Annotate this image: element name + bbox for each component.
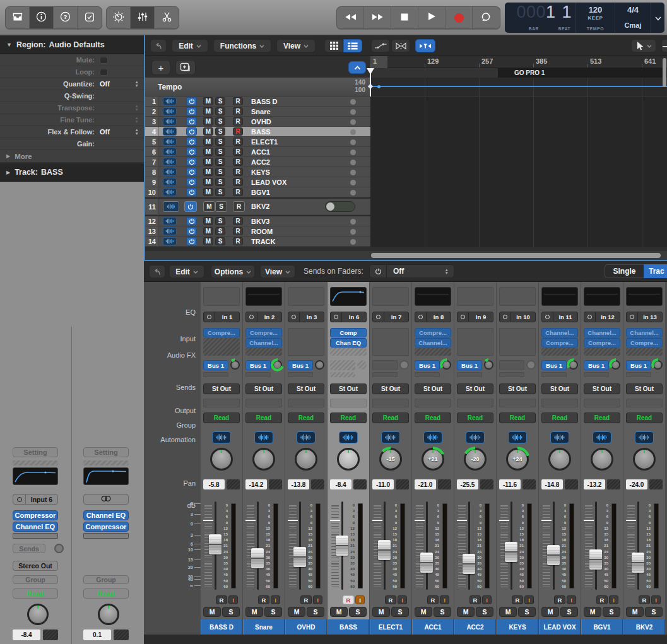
pan-knob[interactable]: [252, 448, 275, 471]
track-on-button[interactable]: [186, 237, 197, 245]
input-monitor-button[interactable]: I: [482, 595, 492, 604]
automation-mode-button[interactable]: Read: [541, 413, 578, 423]
setting-button[interactable]: Setting: [83, 447, 129, 457]
audio-fx-channel-[interactable]: Channel...: [415, 338, 451, 348]
playhead-line[interactable]: [370, 73, 371, 97]
send-bus-button[interactable]: Bus 1: [584, 360, 609, 370]
hide-automation-button[interactable]: [348, 61, 366, 74]
input-button[interactable]: In 1: [203, 312, 240, 322]
group-slot[interactable]: [330, 399, 367, 407]
mute-button[interactable]: M: [626, 607, 644, 617]
channel-strip-acc1[interactable]: In 8Compre...Channel...Bus 1St OutRead+2…: [412, 282, 454, 635]
record-enable-button[interactable]: R: [233, 178, 243, 186]
record-enable-button[interactable]: R: [639, 595, 650, 604]
record-ready-icon[interactable]: [350, 170, 356, 175]
solo-button[interactable]: S: [434, 607, 451, 617]
eq-display[interactable]: [83, 467, 129, 485]
track-on-button[interactable]: [186, 178, 197, 186]
checkbox[interactable]: [100, 57, 108, 64]
fader-cap[interactable]: [505, 542, 517, 562]
more-row[interactable]: ▶ More: [0, 150, 144, 163]
mute-button[interactable]: M: [203, 158, 213, 166]
disclosure-triangle-icon[interactable]: ▶: [6, 170, 10, 175]
audio-fx-chan-eq[interactable]: Chan EQ: [330, 338, 367, 348]
group-slot[interactable]: [584, 399, 620, 407]
output-button[interactable]: St Out: [499, 383, 536, 394]
input-monitor-button[interactable]: I: [398, 595, 407, 604]
mute-button[interactable]: M: [499, 607, 517, 617]
solo-button[interactable]: S: [215, 178, 225, 186]
channel-strip-bass-d[interactable]: In 1Compre...Bus 1St OutRead-5.803691215…: [201, 282, 242, 635]
solo-button[interactable]: S: [215, 127, 225, 136]
inspector-info-button[interactable]: [30, 7, 54, 28]
solo-button[interactable]: S: [476, 607, 493, 617]
input-monitor-button[interactable]: I: [609, 595, 618, 604]
mute-button[interactable]: M: [245, 607, 263, 617]
track-on-button[interactable]: [186, 148, 197, 156]
mixer-view-tracks-button[interactable]: Trac: [644, 264, 667, 278]
track-row-acc1[interactable]: 6MSRACC1: [145, 147, 370, 157]
volume-db-value[interactable]: -13.2: [584, 479, 605, 489]
automation-mode-button[interactable]: Read: [83, 588, 129, 599]
forward-button[interactable]: [364, 7, 391, 28]
strip-name-tab[interactable]: Snare: [243, 619, 285, 635]
lcd-disclosure[interactable]: [651, 3, 664, 33]
mute-button[interactable]: M: [415, 607, 432, 617]
input-button[interactable]: In 8: [415, 312, 451, 322]
eq-display[interactable]: [330, 287, 367, 306]
track-waveform-button[interactable]: [423, 431, 442, 443]
mute-button[interactable]: M: [457, 607, 475, 617]
mixer-button[interactable]: [131, 7, 155, 28]
eq-display[interactable]: [288, 287, 324, 306]
group-slot[interactable]: [457, 399, 493, 407]
track-waveform-button[interactable]: [635, 431, 654, 443]
pan-knob[interactable]: [210, 448, 233, 471]
volume-db-value[interactable]: -24.0: [626, 479, 647, 489]
mute-button[interactable]: M: [203, 178, 213, 186]
back-button[interactable]: [150, 39, 167, 52]
record-enable-button[interactable]: R: [216, 595, 227, 604]
mute-button[interactable]: M: [203, 97, 213, 105]
input-button[interactable]: In 2: [245, 312, 282, 322]
input-button[interactable]: In 3: [288, 312, 324, 322]
mute-button[interactable]: M: [288, 607, 305, 617]
pan-knob[interactable]: [548, 448, 571, 471]
audio-fx-compre-[interactable]: Compre...: [626, 338, 663, 348]
waveform-icon[interactable]: [163, 168, 177, 176]
waveform-icon[interactable]: [163, 217, 177, 225]
track-row-ovhd[interactable]: 3MSROVHD: [145, 117, 370, 127]
input-button[interactable]: In 11: [541, 312, 578, 322]
volume-db-value[interactable]: -13.8: [288, 479, 309, 489]
record-ready-icon[interactable]: [350, 149, 356, 155]
strip-name-tab[interactable]: BASS D: [201, 619, 242, 635]
strip-name-tab[interactable]: BGV1: [581, 619, 623, 635]
mute-button[interactable]: M: [203, 201, 215, 212]
track-waveform-button[interactable]: [339, 431, 358, 443]
strip-name-tab[interactable]: OVHD: [285, 619, 327, 635]
track-inspector-header[interactable]: ▶ Track: BASS: [0, 163, 144, 182]
automation-mode-button[interactable]: Read: [203, 413, 240, 423]
tempo-lane[interactable]: [370, 78, 667, 97]
output-button[interactable]: St Out: [457, 383, 493, 394]
record-ready-icon[interactable]: [350, 139, 356, 145]
strip-name-tab[interactable]: KEYS: [497, 619, 538, 635]
disclosure-triangle-icon[interactable]: ▶: [6, 153, 10, 159]
stepper-icon[interactable]: ▲▼: [135, 104, 139, 112]
pan-knob[interactable]: [27, 604, 49, 625]
send-knob[interactable]: [399, 360, 409, 370]
power-icon[interactable]: [370, 265, 387, 278]
audio-fx-channel-eq[interactable]: Channel EQ: [83, 510, 129, 520]
duplicate-track-button[interactable]: [175, 60, 196, 75]
strip-name-tab[interactable]: ACC2: [454, 619, 496, 635]
volume-db-value[interactable]: -14.8: [541, 479, 563, 489]
eq-display[interactable]: [499, 287, 536, 306]
pan-knob[interactable]: [591, 448, 613, 471]
group-slot[interactable]: [499, 399, 536, 407]
lcd-display[interactable]: 00011 BAR BEAT 120 KEEP TEMPO 4/4 Cmaj: [505, 3, 664, 33]
group-slot[interactable]: [372, 399, 409, 407]
record-enable-button[interactable]: R: [258, 595, 269, 604]
eq-display[interactable]: [245, 287, 282, 306]
record-ready-icon[interactable]: [350, 219, 356, 225]
mute-button[interactable]: M: [541, 607, 559, 617]
waveform-icon[interactable]: [163, 148, 177, 156]
